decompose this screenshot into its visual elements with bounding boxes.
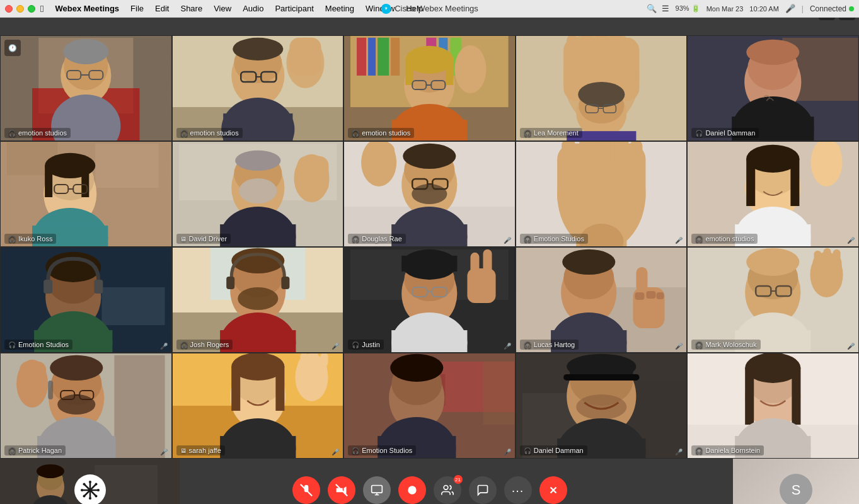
participant-label-2: 🎧 emotion studios bbox=[176, 128, 243, 138]
svg-rect-199 bbox=[114, 355, 164, 458]
participant-label-6: 🎧 Ikuko Ross bbox=[4, 234, 56, 244]
menu-item-share[interactable]: Share bbox=[175, 3, 207, 14]
svg-rect-29 bbox=[378, 38, 389, 76]
notification-icon[interactable]: ☰ bbox=[662, 4, 669, 13]
maximize-button[interactable] bbox=[28, 5, 35, 13]
svg-rect-193 bbox=[824, 248, 831, 265]
svg-point-270 bbox=[89, 481, 91, 483]
svg-point-275 bbox=[95, 495, 97, 498]
svg-point-271 bbox=[89, 497, 91, 500]
mic-icon-9: 🎧 bbox=[524, 236, 531, 243]
participant-label-20: 🎧 Daniela Bornstein bbox=[691, 445, 764, 455]
minimize-button[interactable] bbox=[16, 5, 24, 13]
mic-status-icon: 🎤 bbox=[785, 4, 795, 13]
timer-icon[interactable]: 🕐 bbox=[4, 40, 21, 56]
svg-rect-150 bbox=[226, 277, 234, 289]
svg-rect-51 bbox=[596, 36, 607, 59]
menu-item-webex[interactable]: Webex Meetings bbox=[50, 3, 124, 14]
svg-point-281 bbox=[408, 486, 416, 494]
webex-toolbar: ⊞ ⊡ bbox=[0, 18, 859, 35]
mic-icon-16: 🎧 bbox=[8, 447, 16, 454]
muted-icon-16: 🎤 bbox=[160, 449, 168, 455]
video-cell-20: 🎧 Daniela Bornstein bbox=[687, 353, 859, 459]
participant-label-13: 🎧 Justin bbox=[348, 340, 384, 350]
mic-icon-5: 🎧 bbox=[695, 130, 703, 137]
video-button[interactable] bbox=[328, 476, 355, 504]
mic-icon-18: 🎧 bbox=[352, 447, 359, 454]
menu-item-edit[interactable]: Edit bbox=[150, 3, 174, 14]
svg-point-202 bbox=[50, 355, 103, 381]
participant-label-14: 🎧 Lucas Hartog bbox=[520, 340, 579, 350]
video-cell-15: 🎧 Mark Woloschuk 🎤 bbox=[687, 247, 859, 353]
muted-icon-15: 🎤 bbox=[847, 343, 855, 350]
svg-rect-245 bbox=[563, 374, 639, 381]
svg-rect-160 bbox=[401, 256, 457, 272]
sarah-avatar: S bbox=[780, 474, 812, 504]
participant-label-19: 🎧 Daniel Damman bbox=[520, 445, 587, 455]
svg-point-186 bbox=[747, 248, 800, 276]
svg-point-66 bbox=[747, 40, 800, 65]
video-cell-12: 🎧 Josh Rogers 🎤 bbox=[172, 247, 344, 353]
svg-rect-151 bbox=[281, 277, 289, 289]
participant-label-3: 🎧 emotion studios bbox=[348, 128, 414, 138]
menu-item-audio[interactable]: Audio bbox=[238, 3, 268, 14]
video-cell-16: 🎧 Patrick Hagan 🎤 bbox=[0, 353, 172, 459]
status-icons: 🔍 ☰ bbox=[647, 4, 669, 13]
participant-name-9: Emotion Studios bbox=[534, 235, 584, 243]
svg-point-56 bbox=[578, 82, 625, 107]
close-button[interactable] bbox=[5, 5, 13, 13]
participant-name-10: emotion studios bbox=[705, 235, 754, 243]
participants-button[interactable]: 21 bbox=[434, 476, 461, 504]
video-cell-1: 🎧 emotion studios 🕐 bbox=[0, 35, 172, 141]
share-button[interactable] bbox=[363, 476, 391, 504]
more-button[interactable]: ··· bbox=[504, 476, 532, 504]
menu-item-view[interactable]: View bbox=[209, 3, 236, 14]
menu-item-file[interactable]: File bbox=[125, 3, 149, 14]
participant-label-18: 🎧 Emotion Studios bbox=[348, 445, 416, 455]
menu-item-participant[interactable]: Participant bbox=[270, 3, 318, 14]
participant-video-18 bbox=[344, 353, 515, 458]
muted-icon-11: 🎤 bbox=[160, 343, 168, 350]
svg-point-273 bbox=[97, 489, 100, 491]
participant-name-19: Daniel Damman bbox=[534, 447, 584, 454]
svg-point-42 bbox=[455, 45, 487, 93]
participant-label-8: 🎧 Douglas Rae bbox=[348, 234, 406, 244]
traffic-lights bbox=[5, 5, 35, 13]
menu-item-meeting[interactable]: Meeting bbox=[320, 3, 359, 14]
svg-rect-30 bbox=[391, 38, 400, 76]
svg-point-100 bbox=[404, 146, 454, 164]
mic-icon-4: 🎧 bbox=[524, 130, 531, 137]
participant-name-6: Ikuko Ross bbox=[18, 235, 52, 243]
mute-button[interactable] bbox=[292, 476, 320, 504]
participant-video-17 bbox=[173, 353, 343, 458]
record-button[interactable] bbox=[398, 476, 426, 504]
svg-point-246 bbox=[576, 394, 626, 420]
participant-label-12: 🎧 Josh Rogers bbox=[176, 340, 233, 350]
muted-icon-13: 🎤 bbox=[504, 343, 511, 350]
svg-rect-113 bbox=[562, 142, 575, 170]
end-meeting-button[interactable] bbox=[539, 476, 567, 504]
participant-video-1 bbox=[1, 36, 171, 140]
participant-name-20: Daniela Bornstein bbox=[705, 447, 760, 454]
svg-rect-53 bbox=[623, 38, 633, 60]
muted-icon-18: 🎤 bbox=[504, 449, 511, 455]
datetime-display: Mon Mar 23 bbox=[706, 5, 744, 13]
participant-video-19 bbox=[516, 353, 687, 458]
self-video-right: S 🎧 sarah bbox=[733, 459, 859, 504]
svg-point-16 bbox=[233, 38, 283, 60]
video-cell-13: 🎧 Justin 🎤 bbox=[343, 247, 516, 353]
connected-indicator: Connected bbox=[810, 4, 854, 13]
svg-rect-194 bbox=[833, 249, 841, 263]
svg-rect-125 bbox=[747, 159, 756, 206]
chat-button[interactable] bbox=[469, 476, 497, 504]
participant-name-18: Emotion Studios bbox=[362, 447, 412, 454]
participant-label-11: 🎧 Emotion Studios bbox=[4, 340, 72, 350]
participant-label-7: 🖥 David Driver bbox=[176, 234, 231, 244]
mic-icon-20: 🎧 bbox=[695, 447, 703, 454]
title-bar:  Webex Meetings File Edit Share View Au… bbox=[0, 0, 859, 18]
participant-video-20 bbox=[688, 353, 858, 458]
search-icon[interactable]: 🔍 bbox=[647, 4, 657, 13]
svg-rect-52 bbox=[610, 36, 621, 58]
svg-rect-255 bbox=[746, 368, 754, 425]
participant-video-12 bbox=[173, 248, 343, 352]
